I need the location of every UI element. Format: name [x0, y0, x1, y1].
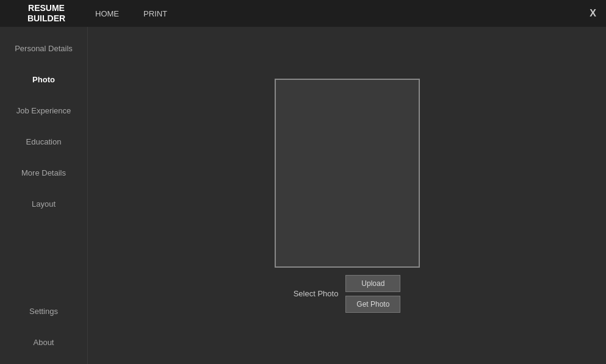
sidebar-spacer — [0, 219, 87, 296]
sidebar-item-more-details[interactable]: More Details — [0, 157, 87, 188]
sidebar-item-job-experience[interactable]: Job Experience — [0, 95, 87, 126]
nav-print[interactable]: PRINT — [143, 9, 167, 18]
sidebar-item-education[interactable]: Education — [0, 126, 87, 157]
sidebar: Personal Details Photo Job Experience Ed… — [0, 27, 88, 364]
header-nav: HOME PRINT — [83, 9, 590, 18]
upload-button[interactable]: Upload — [345, 275, 400, 292]
close-button[interactable]: X — [590, 8, 596, 19]
sidebar-item-layout[interactable]: Layout — [0, 188, 87, 219]
sidebar-item-photo[interactable]: Photo — [0, 64, 87, 95]
photo-frame — [275, 79, 420, 268]
content-area: Select Photo Upload Get Photo — [88, 27, 606, 364]
main-layout: Personal Details Photo Job Experience Ed… — [0, 27, 606, 364]
photo-buttons: Upload Get Photo — [345, 275, 400, 313]
sidebar-item-personal-details[interactable]: Personal Details — [0, 33, 87, 64]
sidebar-item-about[interactable]: About — [0, 327, 87, 358]
header: RESUME BUILDER HOME PRINT X — [0, 0, 606, 27]
app-logo: RESUME BUILDER — [10, 3, 83, 24]
photo-section: Select Photo Upload Get Photo — [275, 79, 420, 313]
sidebar-bottom: Settings About — [0, 296, 87, 364]
sidebar-item-settings[interactable]: Settings — [0, 296, 87, 327]
photo-controls: Select Photo Upload Get Photo — [294, 275, 401, 313]
get-photo-button[interactable]: Get Photo — [345, 296, 400, 313]
nav-home[interactable]: HOME — [95, 9, 119, 18]
select-photo-label: Select Photo — [294, 289, 339, 298]
